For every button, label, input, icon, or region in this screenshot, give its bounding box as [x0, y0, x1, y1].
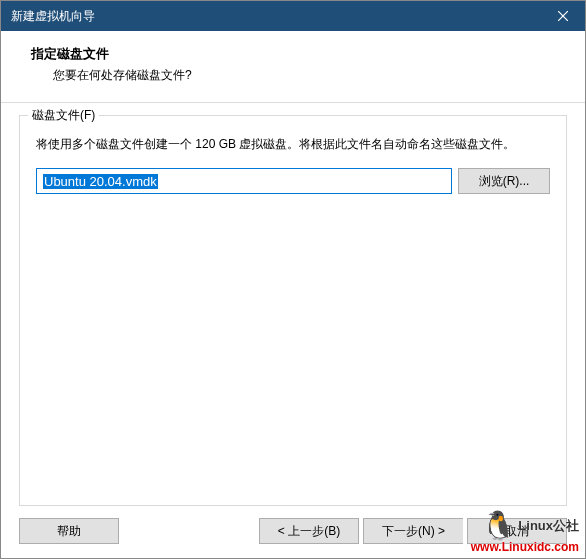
file-row: Ubuntu 20.04.vmdk 浏览(R)...: [36, 168, 550, 194]
groupbox-label: 磁盘文件(F): [28, 107, 99, 124]
disk-file-description: 将使用多个磁盘文件创建一个 120 GB 虚拟磁盘。将根据此文件名自动命名这些磁…: [36, 134, 550, 154]
wizard-header: 指定磁盘文件 您要在何处存储磁盘文件?: [1, 31, 585, 103]
window-title: 新建虚拟机向导: [11, 8, 540, 25]
nav-button-group: < 上一步(B) 下一步(N) >: [259, 518, 463, 544]
close-button[interactable]: [540, 1, 585, 31]
next-button[interactable]: 下一步(N) >: [363, 518, 463, 544]
cancel-button[interactable]: 取消: [467, 518, 567, 544]
page-subtitle: 您要在何处存储磁盘文件?: [53, 67, 585, 84]
disk-file-input[interactable]: Ubuntu 20.04.vmdk: [36, 168, 452, 194]
disk-file-value: Ubuntu 20.04.vmdk: [43, 174, 158, 189]
wizard-window: 新建虚拟机向导 指定磁盘文件 您要在何处存储磁盘文件? 磁盘文件(F) 将使用多…: [0, 0, 586, 559]
page-title: 指定磁盘文件: [31, 45, 585, 63]
content-area: 磁盘文件(F) 将使用多个磁盘文件创建一个 120 GB 虚拟磁盘。将根据此文件…: [1, 103, 585, 506]
wizard-footer: 帮助 < 上一步(B) 下一步(N) > 取消: [1, 506, 585, 558]
title-bar: 新建虚拟机向导: [1, 1, 585, 31]
close-icon: [558, 11, 568, 21]
back-button[interactable]: < 上一步(B): [259, 518, 359, 544]
browse-button[interactable]: 浏览(R)...: [458, 168, 550, 194]
disk-file-groupbox: 磁盘文件(F) 将使用多个磁盘文件创建一个 120 GB 虚拟磁盘。将根据此文件…: [19, 115, 567, 506]
help-button[interactable]: 帮助: [19, 518, 119, 544]
